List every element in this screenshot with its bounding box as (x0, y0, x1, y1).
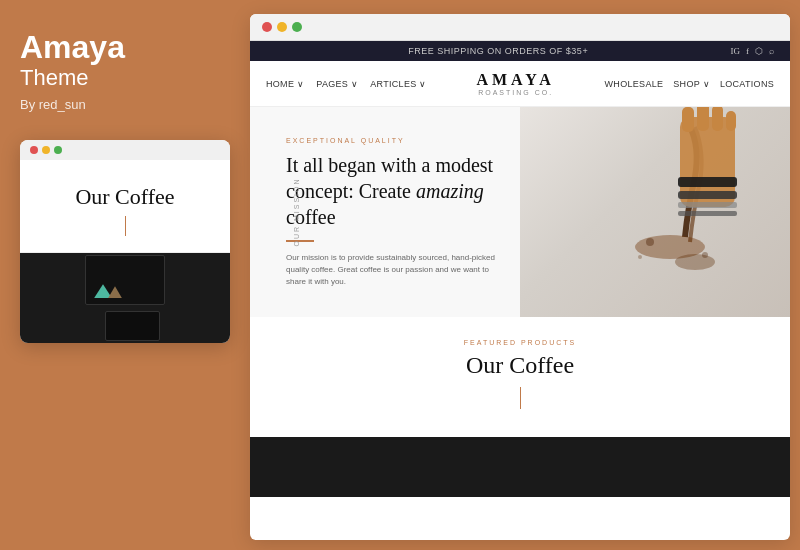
mini-accent-divider (125, 216, 126, 236)
featured-title: Our Coffee (266, 352, 774, 379)
hero-tag: EXCEPTIONAL QUALITY (286, 137, 496, 144)
svg-rect-6 (678, 177, 737, 187)
svg-rect-8 (678, 202, 737, 208)
nav-right: WHOLESALE SHOP ∨ LOCATIONS (605, 79, 774, 89)
featured-section: FEATURED PRODUCTS Our Coffee (250, 317, 790, 437)
nav-shop[interactable]: SHOP ∨ (673, 79, 710, 89)
top-bar-message: FREE SHIPPING ON ORDERS OF $35+ (266, 46, 731, 56)
coffee-box-big (85, 255, 165, 305)
featured-divider (520, 387, 521, 409)
mini-content-bottom (20, 253, 230, 343)
search-icon[interactable]: ⌕ (769, 46, 774, 56)
logo-main-text: AMAYA (476, 71, 554, 89)
dot-red (262, 22, 272, 32)
svg-point-4 (638, 255, 642, 259)
svg-point-3 (702, 252, 708, 258)
svg-rect-10 (682, 107, 694, 132)
mini-browser-bar (20, 140, 230, 160)
dot-green (292, 22, 302, 32)
camera-icon: ⬡ (755, 46, 763, 56)
svg-rect-7 (678, 191, 737, 199)
instagram-icon: IG (731, 46, 741, 56)
browser-bar (250, 14, 790, 41)
hero-description: Our mission is to provide sustainably so… (286, 252, 496, 288)
mini-our-coffee-label: Our Coffee (36, 184, 214, 210)
theme-title: Amaya Theme (20, 30, 125, 97)
svg-rect-9 (678, 211, 737, 216)
coffee-pour-svg (520, 107, 790, 317)
logo-sub-text: ROASTING CO. (476, 89, 554, 96)
hero-left: OUR MISSION EXCEPTIONAL QUALITY It all b… (250, 107, 520, 317)
coffee-box-small (105, 311, 160, 341)
coffee-box-illustration (85, 255, 165, 341)
nav-pages[interactable]: PAGES ∨ (316, 79, 358, 89)
hero-title: It all began with a modest concept: Crea… (286, 152, 496, 230)
nav-articles[interactable]: ARTICLES ∨ (370, 79, 426, 89)
dark-bottom-bar (250, 437, 790, 497)
nav-logo[interactable]: AMAYA ROASTING CO. (476, 71, 554, 96)
hero-side-label: OUR MISSION (293, 177, 300, 246)
mini-dot-yellow (42, 146, 50, 154)
nav-left: HOME ∨ PAGES ∨ ARTICLES ∨ (266, 79, 427, 89)
nav-home[interactable]: HOME ∨ (266, 79, 304, 89)
main-preview: FREE SHIPPING ON ORDERS OF $35+ IG f ⬡ ⌕… (250, 14, 790, 540)
left-panel: Amaya Theme By red_sun Our Coffee (0, 0, 248, 550)
nav-locations[interactable]: LOCATIONS (720, 79, 774, 89)
svg-rect-11 (697, 107, 709, 131)
nav-wholesale[interactable]: WHOLESALE (605, 79, 664, 89)
featured-tag: FEATURED PRODUCTS (266, 339, 774, 346)
svg-rect-13 (726, 111, 736, 131)
mini-dot-red (30, 146, 38, 154)
theme-author: By red_sun (20, 97, 86, 112)
mini-content-top: Our Coffee (20, 160, 230, 253)
coffee-pour-illustration (520, 107, 790, 317)
dot-yellow (277, 22, 287, 32)
svg-rect-12 (712, 107, 723, 131)
hero-title-italic: amazing (416, 180, 484, 202)
mini-dot-green (54, 146, 62, 154)
svg-point-1 (675, 254, 715, 270)
top-bar-right-icons: IG f ⬡ ⌕ (731, 46, 775, 56)
facebook-icon: f (746, 46, 749, 56)
top-bar: FREE SHIPPING ON ORDERS OF $35+ IG f ⬡ ⌕ (250, 41, 790, 61)
mini-preview: Our Coffee (20, 140, 230, 343)
navigation: HOME ∨ PAGES ∨ ARTICLES ∨ AMAYA ROASTING… (250, 61, 790, 107)
hero-section: OUR MISSION EXCEPTIONAL QUALITY It all b… (250, 107, 790, 317)
svg-point-2 (646, 238, 654, 246)
hero-image (520, 107, 790, 317)
